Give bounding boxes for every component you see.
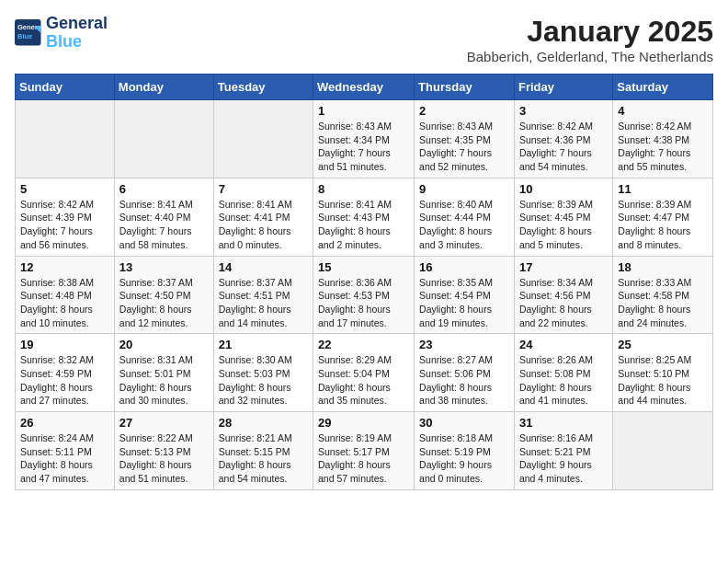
day-number: 1	[318, 104, 409, 118]
day-info: Sunrise: 8:42 AM Sunset: 4:36 PM Dayligh…	[519, 120, 608, 174]
calendar-cell: 11Sunrise: 8:39 AM Sunset: 4:47 PM Dayli…	[613, 178, 713, 256]
day-info: Sunrise: 8:27 AM Sunset: 5:06 PM Dayligh…	[419, 353, 509, 408]
logo: General Blue General Blue	[15, 15, 108, 52]
day-info: Sunrise: 8:21 AM Sunset: 5:15 PM Dayligh…	[219, 431, 308, 486]
logo-text: General Blue	[46, 15, 108, 52]
day-info: Sunrise: 8:32 AM Sunset: 4:59 PM Dayligh…	[20, 353, 109, 408]
calendar-cell: 3Sunrise: 8:42 AM Sunset: 4:36 PM Daylig…	[514, 100, 612, 178]
day-info: Sunrise: 8:42 AM Sunset: 4:39 PM Dayligh…	[20, 198, 109, 252]
logo-line2: Blue	[46, 32, 82, 51]
header-day-saturday: Saturday	[613, 75, 713, 100]
calendar-cell: 22Sunrise: 8:29 AM Sunset: 5:04 PM Dayli…	[313, 334, 415, 412]
day-info: Sunrise: 8:24 AM Sunset: 5:11 PM Dayligh…	[20, 431, 109, 486]
day-info: Sunrise: 8:43 AM Sunset: 4:34 PM Dayligh…	[318, 120, 409, 174]
calendar-cell: 12Sunrise: 8:38 AM Sunset: 4:48 PM Dayli…	[16, 256, 115, 334]
day-number: 30	[419, 416, 509, 430]
calendar-cell: 13Sunrise: 8:37 AM Sunset: 4:50 PM Dayli…	[114, 256, 213, 334]
day-number: 21	[219, 338, 308, 351]
calendar-cell: 7Sunrise: 8:41 AM Sunset: 4:41 PM Daylig…	[213, 178, 313, 256]
title-area: January 2025 Babberich, Gelderland, The …	[467, 15, 713, 64]
calendar-cell: 16Sunrise: 8:35 AM Sunset: 4:54 PM Dayli…	[415, 256, 515, 334]
calendar-cell: 21Sunrise: 8:30 AM Sunset: 5:03 PM Dayli…	[213, 334, 313, 412]
header-day-monday: Monday	[114, 75, 213, 100]
calendar-cell: 10Sunrise: 8:39 AM Sunset: 4:45 PM Dayli…	[514, 178, 612, 256]
day-number: 18	[618, 260, 708, 274]
day-number: 20	[119, 338, 209, 351]
calendar-cell	[613, 412, 713, 490]
calendar-cell: 29Sunrise: 8:19 AM Sunset: 5:17 PM Dayli…	[313, 412, 415, 490]
calendar-cell: 18Sunrise: 8:33 AM Sunset: 4:58 PM Dayli…	[613, 256, 713, 334]
day-number: 19	[20, 338, 109, 351]
calendar-cell: 4Sunrise: 8:42 AM Sunset: 4:38 PM Daylig…	[613, 100, 713, 178]
calendar-cell: 26Sunrise: 8:24 AM Sunset: 5:11 PM Dayli…	[16, 412, 115, 490]
day-number: 16	[419, 260, 509, 274]
day-info: Sunrise: 8:34 AM Sunset: 4:56 PM Dayligh…	[519, 276, 608, 330]
calendar-cell: 30Sunrise: 8:18 AM Sunset: 5:19 PM Dayli…	[415, 412, 515, 490]
week-row-2: 5Sunrise: 8:42 AM Sunset: 4:39 PM Daylig…	[16, 178, 713, 256]
day-number: 25	[618, 338, 708, 351]
calendar-cell: 5Sunrise: 8:42 AM Sunset: 4:39 PM Daylig…	[16, 178, 115, 256]
day-number: 8	[318, 182, 409, 196]
calendar-cell	[114, 100, 213, 178]
day-info: Sunrise: 8:25 AM Sunset: 5:10 PM Dayligh…	[618, 353, 708, 408]
day-number: 27	[119, 416, 209, 430]
week-row-5: 26Sunrise: 8:24 AM Sunset: 5:11 PM Dayli…	[16, 412, 713, 490]
day-number: 9	[419, 182, 509, 196]
day-info: Sunrise: 8:22 AM Sunset: 5:13 PM Dayligh…	[119, 431, 209, 486]
calendar-cell	[213, 100, 313, 178]
week-row-1: 1Sunrise: 8:43 AM Sunset: 4:34 PM Daylig…	[16, 100, 713, 178]
calendar-cell: 15Sunrise: 8:36 AM Sunset: 4:53 PM Dayli…	[313, 256, 415, 334]
day-number: 17	[519, 260, 608, 274]
header-day-sunday: Sunday	[16, 75, 115, 100]
day-info: Sunrise: 8:42 AM Sunset: 4:38 PM Dayligh…	[618, 120, 708, 174]
day-number: 12	[20, 260, 109, 274]
calendar-table: SundayMondayTuesdayWednesdayThursdayFrid…	[15, 74, 713, 490]
day-number: 10	[519, 182, 608, 196]
day-number: 6	[119, 182, 209, 196]
day-info: Sunrise: 8:26 AM Sunset: 5:08 PM Dayligh…	[519, 353, 608, 408]
day-info: Sunrise: 8:29 AM Sunset: 5:04 PM Dayligh…	[318, 353, 409, 408]
calendar-title: January 2025	[467, 15, 713, 49]
header-day-wednesday: Wednesday	[313, 75, 415, 100]
calendar-cell: 28Sunrise: 8:21 AM Sunset: 5:15 PM Dayli…	[213, 412, 313, 490]
header-day-tuesday: Tuesday	[213, 75, 313, 100]
day-info: Sunrise: 8:43 AM Sunset: 4:35 PM Dayligh…	[419, 120, 509, 174]
day-number: 2	[419, 104, 509, 118]
day-info: Sunrise: 8:39 AM Sunset: 4:47 PM Dayligh…	[618, 198, 708, 252]
calendar-cell: 6Sunrise: 8:41 AM Sunset: 4:40 PM Daylig…	[114, 178, 213, 256]
day-number: 13	[119, 260, 209, 274]
calendar-cell: 31Sunrise: 8:16 AM Sunset: 5:21 PM Dayli…	[514, 412, 612, 490]
day-number: 5	[20, 182, 109, 196]
calendar-cell: 24Sunrise: 8:26 AM Sunset: 5:08 PM Dayli…	[514, 334, 612, 412]
day-number: 14	[219, 260, 308, 274]
week-row-3: 12Sunrise: 8:38 AM Sunset: 4:48 PM Dayli…	[16, 256, 713, 334]
day-info: Sunrise: 8:40 AM Sunset: 4:44 PM Dayligh…	[419, 198, 509, 252]
calendar-cell: 1Sunrise: 8:43 AM Sunset: 4:34 PM Daylig…	[313, 100, 415, 178]
day-number: 31	[519, 416, 608, 430]
header-day-friday: Friday	[514, 75, 612, 100]
day-info: Sunrise: 8:37 AM Sunset: 4:50 PM Dayligh…	[119, 276, 209, 330]
day-info: Sunrise: 8:31 AM Sunset: 5:01 PM Dayligh…	[119, 353, 209, 408]
day-info: Sunrise: 8:36 AM Sunset: 4:53 PM Dayligh…	[318, 276, 409, 330]
day-info: Sunrise: 8:35 AM Sunset: 4:54 PM Dayligh…	[419, 276, 509, 330]
calendar-cell	[16, 100, 115, 178]
day-info: Sunrise: 8:39 AM Sunset: 4:45 PM Dayligh…	[519, 198, 608, 252]
day-number: 15	[318, 260, 409, 274]
calendar-cell: 23Sunrise: 8:27 AM Sunset: 5:06 PM Dayli…	[415, 334, 515, 412]
calendar-header-row: SundayMondayTuesdayWednesdayThursdayFrid…	[16, 75, 713, 100]
calendar-cell: 25Sunrise: 8:25 AM Sunset: 5:10 PM Dayli…	[613, 334, 713, 412]
header-day-thursday: Thursday	[415, 75, 515, 100]
logo-line1: General	[46, 14, 108, 32]
day-info: Sunrise: 8:33 AM Sunset: 4:58 PM Dayligh…	[618, 276, 708, 330]
day-info: Sunrise: 8:18 AM Sunset: 5:19 PM Dayligh…	[419, 431, 509, 486]
day-info: Sunrise: 8:30 AM Sunset: 5:03 PM Dayligh…	[219, 353, 308, 408]
day-number: 7	[219, 182, 308, 196]
calendar-cell: 17Sunrise: 8:34 AM Sunset: 4:56 PM Dayli…	[514, 256, 612, 334]
day-number: 28	[219, 416, 308, 430]
day-number: 29	[318, 416, 409, 430]
calendar-cell: 8Sunrise: 8:41 AM Sunset: 4:43 PM Daylig…	[313, 178, 415, 256]
day-info: Sunrise: 8:19 AM Sunset: 5:17 PM Dayligh…	[318, 431, 409, 486]
calendar-cell: 20Sunrise: 8:31 AM Sunset: 5:01 PM Dayli…	[114, 334, 213, 412]
day-info: Sunrise: 8:41 AM Sunset: 4:41 PM Dayligh…	[219, 198, 308, 252]
svg-text:Blue: Blue	[17, 32, 32, 40]
